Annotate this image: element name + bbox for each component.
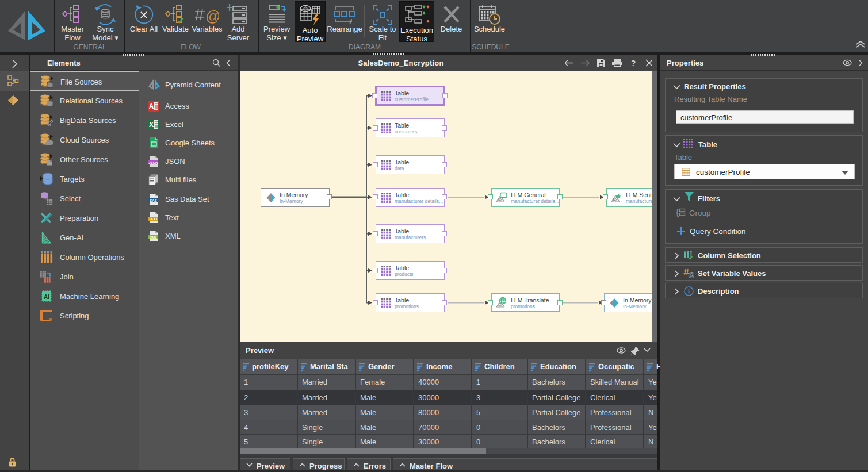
svg-text:XML: XML bbox=[150, 236, 157, 239]
svg-text:@: @ bbox=[205, 7, 219, 25]
svg-text:JSON: JSON bbox=[148, 161, 158, 164]
svg-text:A: A bbox=[149, 102, 154, 110]
svg-text:?: ? bbox=[631, 59, 636, 67]
svg-text:{: { bbox=[676, 208, 679, 217]
svg-text:SAS: SAS bbox=[150, 199, 156, 202]
svg-text:X: X bbox=[149, 121, 154, 129]
svg-text:@: @ bbox=[688, 271, 694, 278]
svg-text:AI: AI bbox=[44, 294, 49, 300]
svg-text:TEXT: TEXT bbox=[149, 217, 158, 221]
